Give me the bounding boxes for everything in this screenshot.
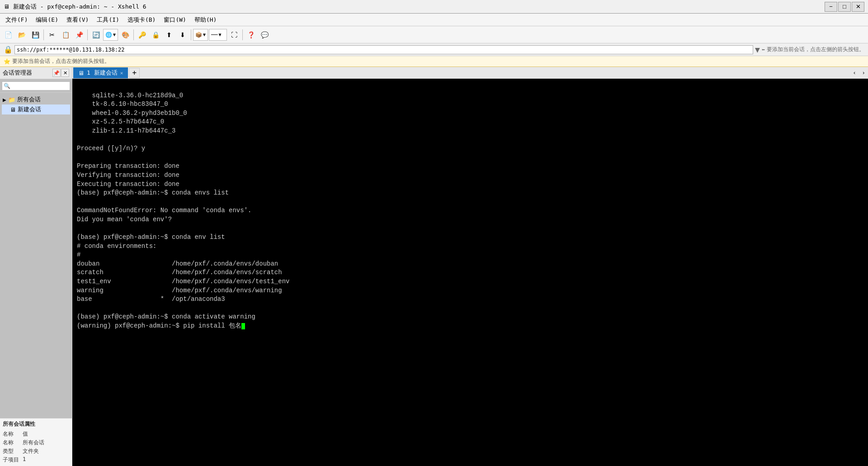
session-tree: ▶ 📁 所有会话 🖥 新建会话 <box>0 93 72 418</box>
props-title: 所有会话属性 <box>3 420 69 428</box>
help-button[interactable]: ❓ <box>245 29 257 41</box>
left-panel: 会话管理器 📌 ✕ ▶ 📁 所有会话 🖥 新建会话 所有会话属性 <box>0 67 72 466</box>
close-button[interactable]: ✕ <box>852 2 864 12</box>
prop-val-type: 文件夹 <box>23 447 39 455</box>
prop-key-name: 名称 <box>3 439 21 447</box>
tree-child-label: 新建会话 <box>18 105 41 114</box>
tab-new-session[interactable]: 🖥 1 新建会话 ✕ <box>73 67 128 78</box>
prop-val-name: 所有会话 <box>23 439 44 447</box>
hint-bar: ⭐ 要添加当前会话，点击左侧的箭头按钮。 <box>0 56 868 67</box>
paste-button[interactable]: 📌 <box>73 29 85 41</box>
separator-3 <box>133 29 134 40</box>
tree-item-new-session[interactable]: 🖥 新建会话 <box>2 105 70 114</box>
prop-row-children: 子项目 1 <box>3 456 69 464</box>
tab-icon: 🖥 <box>78 70 84 76</box>
properties-panel: 所有会话属性 名称 值 名称 所有会话 类型 文件夹 子项目 1 <box>0 418 72 466</box>
panel-close-button[interactable]: ✕ <box>61 69 69 77</box>
prop-key-children: 子项目 <box>3 456 21 464</box>
menu-view[interactable]: 查看(V) <box>63 14 92 25</box>
tab-bar: 🖥 1 新建会话 ✕ + ‹ › <box>72 67 868 79</box>
menu-bar: 文件(F) 编辑(E) 查看(V) 工具(I) 选项卡(B) 窗口(W) 帮助(… <box>0 14 868 26</box>
session-search <box>0 79 72 93</box>
prop-row-header: 名称 值 <box>3 430 69 438</box>
separator-2 <box>87 29 88 40</box>
menu-help[interactable]: 帮助(H) <box>191 14 220 25</box>
folder-expand-icon: ▶ <box>3 96 6 103</box>
terminal-cursor <box>241 323 245 329</box>
separator-5 <box>242 29 243 40</box>
terminal-area: 🖥 1 新建会话 ✕ + ‹ › sqlite-3.36.0-hc218d9a_… <box>72 67 868 466</box>
folder-icon: 📁 <box>8 96 15 103</box>
address-hint: ⬅ 要添加当前会话，点击左侧的箭头按钮。 <box>762 46 864 53</box>
tab-close-button[interactable]: ✕ <box>120 70 123 76</box>
address-bar: 🔒 ▼ ⬅ 要添加当前会话，点击左侧的箭头按钮。 <box>0 43 868 56</box>
new-button[interactable]: 📄 <box>2 29 14 41</box>
app-icon: 🖥 <box>4 3 9 10</box>
cut-button[interactable]: ✂ <box>46 29 58 41</box>
info-button[interactable]: 💬 <box>258 29 271 41</box>
prop-row-name: 名称 所有会话 <box>3 438 69 447</box>
session-dropdown[interactable]: 🌐▼ <box>103 29 118 41</box>
prop-row-type: 类型 文件夹 <box>3 447 69 456</box>
refresh-button[interactable]: 🔄 <box>90 29 102 41</box>
maximize-button[interactable]: □ <box>838 2 851 12</box>
menu-edit[interactable]: 编辑(E) <box>32 14 61 25</box>
prop-val-children: 1 <box>23 456 26 464</box>
toolbar: 📄 📂 💾 ✂ 📋 📌 🔄 🌐▼ 🎨 🔑 🔒 ⬆ ⬇ 📦▼ ──▼ ⛶ ❓ 💬 <box>0 26 868 43</box>
address-expand-icon[interactable]: ▼ <box>755 45 760 54</box>
open-folder-button[interactable]: 📂 <box>15 29 28 41</box>
minimize-button[interactable]: − <box>825 2 837 12</box>
separator-1 <box>43 29 44 40</box>
session-icon: 🖥 <box>10 106 16 113</box>
tab-arrows: ‹ › <box>850 67 868 79</box>
prop-val-header: 值 <box>23 430 28 438</box>
tree-root-all-sessions[interactable]: ▶ 📁 所有会话 <box>2 95 70 105</box>
copy-button[interactable]: 📋 <box>59 29 72 41</box>
expand-button[interactable]: ⛶ <box>228 29 241 41</box>
title-bar: 🖥 新建会话 - pxf@ceph-admin: ~ - Xshell 6 − … <box>0 0 868 14</box>
separator-4 <box>191 29 191 40</box>
hint-arrow-icon: ⬅ <box>762 47 765 53</box>
prop-key-type: 类型 <box>3 447 21 455</box>
tab-add-button[interactable]: + <box>129 68 140 78</box>
toolbar-dropdown-2[interactable]: ──▼ <box>209 29 227 41</box>
terminal[interactable]: sqlite-3.36.0-hc218d9a_0 tk-8.6.10-hbc83… <box>72 79 868 466</box>
toolbar-dropdown-1[interactable]: 📦▼ <box>193 29 208 41</box>
session-panel-header: 会话管理器 📌 ✕ <box>0 67 72 79</box>
menu-tabs[interactable]: 选项卡(B) <box>124 14 159 25</box>
address-input[interactable] <box>14 45 753 54</box>
prop-key-header: 名称 <box>3 430 21 438</box>
menu-file[interactable]: 文件(F) <box>2 14 31 25</box>
session-panel-title: 会话管理器 <box>3 69 32 77</box>
tab-next-arrow[interactable]: › <box>859 67 868 79</box>
tab-prev-arrow[interactable]: ‹ <box>850 67 859 79</box>
address-icon: 🔒 <box>4 45 13 54</box>
key-button[interactable]: 🔑 <box>136 29 148 41</box>
panel-pin-button[interactable]: 📌 <box>52 69 61 77</box>
menu-window[interactable]: 窗口(W) <box>160 14 189 25</box>
tree-root-label: 所有会话 <box>17 95 41 104</box>
session-search-input[interactable] <box>2 81 70 90</box>
menu-tools[interactable]: 工具(I) <box>93 14 123 25</box>
tab-label: 1 新建会话 <box>87 69 118 77</box>
color-button[interactable]: 🎨 <box>119 29 132 41</box>
download-button[interactable]: ⬇ <box>176 29 189 41</box>
save-button[interactable]: 💾 <box>29 29 42 41</box>
bookmark-icon: ⭐ <box>4 58 10 65</box>
upload-button[interactable]: ⬆ <box>163 29 175 41</box>
title-text: 新建会话 - pxf@ceph-admin: ~ - Xshell 6 <box>13 3 146 11</box>
lock-button[interactable]: 🔒 <box>149 29 162 41</box>
